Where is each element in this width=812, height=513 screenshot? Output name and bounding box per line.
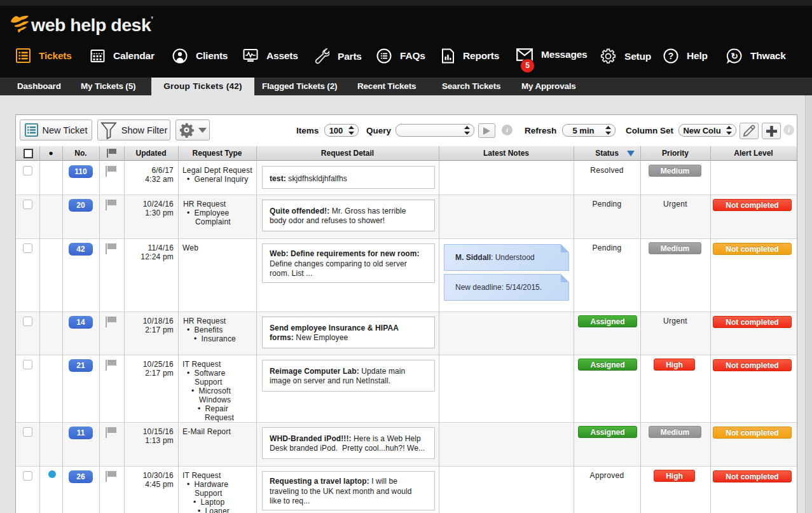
svg-text:?: ? bbox=[668, 51, 674, 61]
svg-text:↻: ↻ bbox=[731, 51, 738, 61]
